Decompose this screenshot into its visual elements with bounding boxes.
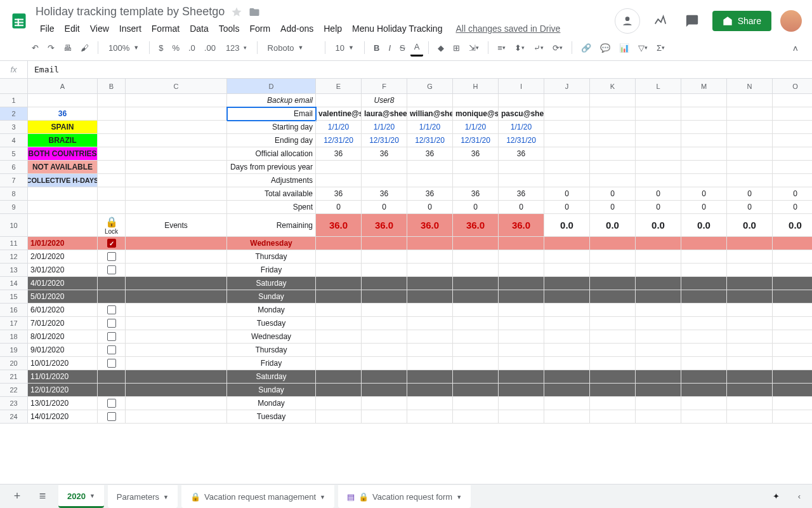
- num-cell[interactable]: 36: [316, 147, 362, 161]
- lock-checkbox[interactable]: [98, 410, 126, 424]
- comment-icon[interactable]: [681, 10, 704, 32]
- dow-cell[interactable]: Friday: [227, 357, 316, 370]
- cell[interactable]: [126, 277, 227, 290]
- cell[interactable]: [407, 330, 453, 344]
- num-cell[interactable]: 0: [681, 187, 727, 201]
- date-cell[interactable]: 3/01/2020: [28, 264, 98, 277]
- cell[interactable]: [681, 330, 727, 344]
- column-header[interactable]: B: [98, 79, 126, 94]
- cell[interactable]: [727, 277, 773, 290]
- cell[interactable]: [681, 370, 727, 384]
- cell[interactable]: [407, 317, 453, 330]
- cell[interactable]: [590, 344, 636, 357]
- cell[interactable]: [544, 410, 590, 424]
- num-cell[interactable]: 0: [773, 201, 812, 214]
- cell[interactable]: [727, 410, 773, 424]
- cell[interactable]: [316, 344, 362, 357]
- row-header[interactable]: 12: [0, 250, 28, 264]
- explore-button[interactable]: ✦: [765, 485, 788, 486]
- cell[interactable]: [590, 397, 636, 410]
- lock-header[interactable]: 🔒Lock: [98, 214, 126, 237]
- cell[interactable]: [681, 147, 727, 161]
- row-header[interactable]: 22: [0, 384, 28, 397]
- cell[interactable]: [28, 214, 98, 237]
- cell[interactable]: [453, 237, 499, 250]
- cell[interactable]: [544, 370, 590, 384]
- cell[interactable]: [773, 410, 812, 424]
- sheet-tab[interactable]: 2020 ▼: [58, 485, 104, 486]
- percent-button[interactable]: %: [168, 40, 183, 56]
- menu-addons[interactable]: Add-ons: [276, 21, 318, 36]
- cell[interactable]: [98, 187, 126, 201]
- menu-help[interactable]: Help: [319, 21, 346, 36]
- dow-cell[interactable]: Monday: [227, 304, 316, 317]
- date-cell[interactable]: 6/01/2020: [28, 304, 98, 317]
- link-button[interactable]: 🔗: [577, 40, 595, 56]
- cell[interactable]: [773, 304, 812, 317]
- menu-data[interactable]: Data: [185, 21, 213, 36]
- filter-button[interactable]: ▽ ▾: [634, 40, 652, 56]
- cell[interactable]: [636, 174, 681, 187]
- cell[interactable]: [453, 344, 499, 357]
- cell[interactable]: [126, 174, 227, 187]
- merge-button[interactable]: ⇲ ▾: [465, 40, 483, 56]
- num-cell[interactable]: 0: [316, 201, 362, 214]
- email-cell[interactable]: pascu@she: [499, 107, 544, 121]
- cell[interactable]: [681, 237, 727, 250]
- num-cell[interactable]: 36: [362, 187, 407, 201]
- cell[interactable]: [499, 237, 544, 250]
- num-cell[interactable]: 0: [590, 201, 636, 214]
- row-header[interactable]: 23: [0, 397, 28, 410]
- cell[interactable]: [681, 121, 727, 134]
- cell[interactable]: [126, 264, 227, 277]
- end-label[interactable]: Ending day: [227, 134, 316, 147]
- legend-both[interactable]: BOTH COUNTRIES: [28, 147, 98, 161]
- cell[interactable]: [636, 384, 681, 397]
- date-cell[interactable]: 12/01/2020: [28, 384, 98, 397]
- checkbox-icon[interactable]: [107, 265, 116, 274]
- cell[interactable]: [453, 384, 499, 397]
- cell[interactable]: [126, 344, 227, 357]
- cell[interactable]: [98, 107, 126, 121]
- row-header[interactable]: 13: [0, 264, 28, 277]
- cell[interactable]: [544, 161, 590, 174]
- cell[interactable]: [590, 94, 636, 107]
- cell[interactable]: [126, 397, 227, 410]
- cell[interactable]: [362, 330, 407, 344]
- row-header[interactable]: 8: [0, 187, 28, 201]
- cell[interactable]: [362, 277, 407, 290]
- checkbox-icon[interactable]: [107, 412, 116, 421]
- dow-cell[interactable]: Tuesday: [227, 410, 316, 424]
- redo-button[interactable]: ↷: [44, 40, 58, 56]
- cell[interactable]: [362, 370, 407, 384]
- valign-button[interactable]: ⬍ ▾: [511, 40, 528, 56]
- dec-increase-button[interactable]: .00: [200, 40, 219, 56]
- cell[interactable]: [407, 370, 453, 384]
- cell[interactable]: [362, 264, 407, 277]
- cell[interactable]: [636, 330, 681, 344]
- cell[interactable]: [453, 94, 499, 107]
- cell[interactable]: [773, 290, 812, 304]
- cell[interactable]: [499, 397, 544, 410]
- remain-cell[interactable]: 0.0: [727, 214, 773, 237]
- dow-cell[interactable]: Tuesday: [227, 317, 316, 330]
- cell[interactable]: [773, 317, 812, 330]
- cell[interactable]: [727, 94, 773, 107]
- user-name[interactable]: User8: [362, 94, 407, 107]
- dow-cell[interactable]: Thursday: [227, 344, 316, 357]
- account-avatar[interactable]: [780, 10, 802, 32]
- cell[interactable]: [453, 370, 499, 384]
- cell[interactable]: [727, 304, 773, 317]
- cell[interactable]: [316, 357, 362, 370]
- cell[interactable]: [590, 147, 636, 161]
- dow-cell[interactable]: Wednesday: [227, 237, 316, 250]
- cell[interactable]: [681, 250, 727, 264]
- presence-icon[interactable]: [615, 8, 640, 34]
- checkbox-icon[interactable]: [107, 399, 116, 408]
- cell[interactable]: [727, 357, 773, 370]
- cell[interactable]: [727, 250, 773, 264]
- allocation-total[interactable]: 36: [28, 107, 98, 121]
- remain-cell[interactable]: 36.0: [453, 214, 499, 237]
- date-cell[interactable]: 13/01/2020: [28, 397, 98, 410]
- cell[interactable]: [126, 94, 227, 107]
